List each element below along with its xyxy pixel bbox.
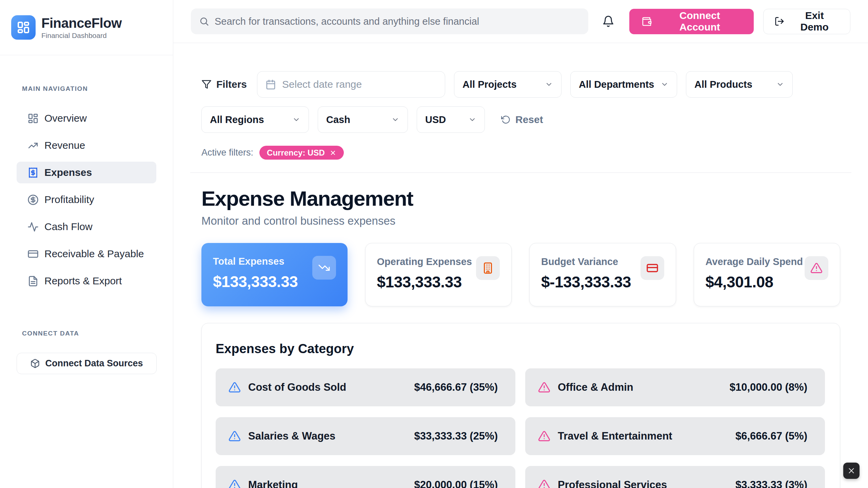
category-name: Salaries & Wages [248, 430, 335, 442]
alert-triangle-icon [538, 479, 550, 488]
active-filters-label: Active filters: [201, 147, 253, 158]
exit-demo-label: Exit Demo [790, 10, 839, 33]
regions-dropdown[interactable]: All Regions [201, 106, 309, 133]
category-grid: Cost of Goods Sold $46,666.67 (35%) Offi… [216, 368, 825, 488]
category-name: Cost of Goods Sold [248, 381, 346, 393]
calendar-icon [265, 79, 276, 90]
products-dropdown-value: All Products [694, 79, 752, 90]
category-value: $6,666.67 (5%) [735, 430, 807, 442]
sidebar-item-cash-flow[interactable]: Cash Flow [17, 216, 156, 238]
close-button[interactable] [843, 463, 860, 479]
trending-up-icon [27, 140, 39, 151]
category-name: Travel & Entertainment [558, 430, 672, 442]
chevron-down-icon [468, 116, 476, 124]
metric-card-operating-expenses[interactable]: Operating Expenses $133,333.33 [365, 243, 512, 306]
rotate-ccw-icon [501, 115, 511, 124]
search-input[interactable] [215, 16, 580, 27]
app-tagline: Financial Dashboard [41, 32, 122, 40]
connect-account-button[interactable]: Connect Account [629, 9, 753, 34]
category-name: Professional Services [558, 479, 667, 488]
metric-card-total-expenses[interactable]: Total Expenses $133,333.33 [201, 243, 348, 306]
sidebar: FinanceFlow Financial Dashboard MAIN NAV… [0, 0, 173, 488]
sidebar-item-label: Overview [44, 113, 87, 124]
payment-method-dropdown-value: Cash [326, 114, 350, 125]
filters-title: Filters [201, 79, 247, 90]
category-name: Marketing [248, 479, 298, 488]
chevron-down-icon [545, 80, 553, 88]
metric-cards-row: Total Expenses $133,333.33 Operating Exp… [201, 243, 840, 306]
connect-data-sources-label: Connect Data Sources [45, 358, 143, 369]
sidebar-item-expenses[interactable]: Expenses [17, 162, 156, 183]
dashboard-grid-icon [27, 113, 39, 124]
sidebar-item-reports-export[interactable]: Reports & Export [17, 270, 156, 292]
date-range-input[interactable] [282, 79, 437, 90]
credit-card-icon [27, 248, 39, 260]
sidebar-item-receivable-payable[interactable]: Receivable & Payable [17, 243, 156, 265]
page-title: Expense Management [201, 186, 840, 210]
app-name: FinanceFlow [41, 16, 122, 30]
chevron-down-icon [660, 80, 669, 88]
activity-icon [27, 221, 39, 232]
alert-triangle-icon [810, 262, 823, 274]
metric-icon-tile [640, 256, 664, 280]
category-row-travel-entertainment: Travel & Entertainment $6,666.67 (5%) [525, 417, 825, 455]
file-text-icon [27, 276, 39, 287]
filters-row-1: Filters All Projects All Departments All… [201, 71, 840, 98]
trending-down-icon [318, 262, 330, 274]
sidebar-item-profitability[interactable]: Profitability [17, 189, 156, 210]
alert-triangle-icon [229, 381, 241, 393]
connect-account-label: Connect Account [658, 10, 742, 33]
connect-data-heading: CONNECT DATA [17, 330, 156, 337]
sidebar-item-revenue[interactable]: Revenue [17, 135, 156, 156]
notifications-button[interactable] [601, 14, 616, 29]
credit-card-icon [646, 262, 658, 274]
category-row-office-admin: Office & Admin $10,000.00 (8%) [525, 368, 825, 406]
category-value: $20,000.00 (15%) [414, 479, 498, 488]
currency-dropdown[interactable]: USD [417, 106, 485, 133]
section-divider [190, 172, 851, 173]
reset-filters-label: Reset [515, 114, 543, 125]
sidebar-item-label: Profitability [44, 194, 94, 205]
metric-card-budget-variance[interactable]: Budget Variance $-133,333.33 [529, 243, 676, 306]
metric-icon-tile [476, 256, 500, 280]
expenses-by-category-panel: Expenses by Category Cost of Goods Sold … [201, 323, 840, 488]
close-icon [848, 467, 855, 474]
app-logo: FinanceFlow Financial Dashboard [0, 0, 173, 55]
reset-filters-button[interactable]: Reset [501, 114, 543, 125]
category-value: $33,333.33 (25%) [414, 430, 498, 442]
date-range-field [257, 71, 445, 98]
projects-dropdown[interactable]: All Projects [454, 71, 561, 98]
alert-triangle-icon [229, 479, 241, 488]
chip-close-icon[interactable] [330, 149, 336, 156]
dashboard-logo-icon [17, 21, 30, 34]
alert-triangle-icon [229, 430, 241, 442]
metric-card-average-daily-spend[interactable]: Average Daily Spend $4,301.08 [694, 243, 841, 306]
exit-demo-button[interactable]: Exit Demo [763, 9, 850, 34]
connect-data-sources-button[interactable]: Connect Data Sources [17, 353, 157, 374]
category-row-salaries-wages: Salaries & Wages $33,333.33 (25%) [216, 417, 515, 455]
sidebar-item-label: Cash Flow [44, 221, 93, 232]
chevron-down-icon [292, 116, 300, 124]
page-subtitle: Monitor and control business expenses [201, 215, 840, 227]
search-box [191, 8, 588, 34]
active-filters-row: Active filters: Currency: USD [201, 146, 840, 160]
filters-label: Filters [216, 79, 247, 90]
currency-filter-chip[interactable]: Currency: USD [259, 146, 344, 160]
category-name: Office & Admin [558, 381, 633, 393]
sidebar-item-label: Revenue [44, 140, 85, 151]
category-row-professional-services: Professional Services $3,333.33 (3%) [525, 466, 825, 488]
wallet-icon [642, 16, 652, 27]
category-value: $46,666.67 (35%) [414, 381, 498, 393]
sidebar-item-label: Receivable & Payable [44, 248, 144, 260]
payment-method-dropdown[interactable]: Cash [318, 106, 408, 133]
circle-dollar-icon [27, 194, 39, 205]
main-navigation-heading: MAIN NAVIGATION [17, 85, 156, 93]
departments-dropdown[interactable]: All Departments [570, 71, 677, 98]
sidebar-item-overview[interactable]: Overview [17, 107, 156, 129]
sidebar-item-label: Expenses [44, 167, 92, 178]
regions-dropdown-value: All Regions [210, 114, 264, 125]
logo-tile [11, 15, 36, 40]
products-dropdown[interactable]: All Products [686, 71, 793, 98]
category-value: $3,333.33 (3%) [735, 479, 807, 488]
departments-dropdown-value: All Departments [579, 79, 654, 90]
